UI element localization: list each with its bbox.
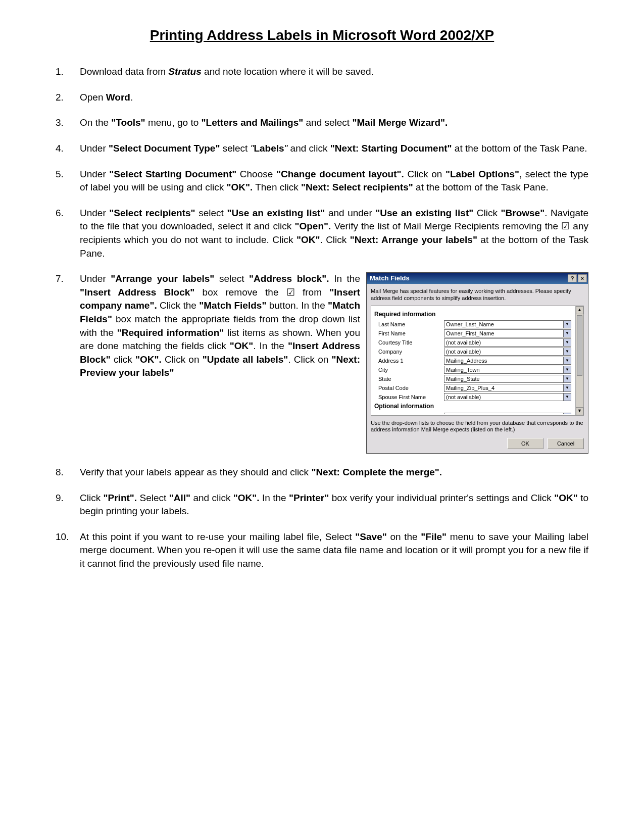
combo-last-name[interactable]: Owner_Last_Name▼ — [444, 320, 571, 328]
chevron-down-icon[interactable]: ▼ — [563, 338, 571, 347]
chevron-down-icon[interactable]: ▼ — [563, 375, 571, 383]
field-row-courtesy-title: Courtesy Title (not available)▼ — [374, 338, 581, 347]
chevron-down-icon[interactable]: ▼ — [563, 413, 571, 414]
field-row-address-1: Address 1 Mailing_Address▼ — [374, 357, 581, 365]
field-row-last-name: Last Name Owner_Last_Name▼ — [374, 320, 581, 328]
field-row-postal-code: Postal Code Mailing_Zip_Plus_4▼ — [374, 384, 581, 392]
chevron-down-icon[interactable]: ▼ — [563, 348, 571, 356]
chevron-down-icon[interactable]: ▼ — [563, 320, 571, 328]
combo-address-1[interactable]: Mailing_Address▼ — [444, 357, 571, 365]
combo-courtesy-title[interactable]: (not available)▼ — [444, 338, 571, 347]
step-2: Open Word. — [56, 91, 588, 105]
field-row-city: City Mailing_Town▼ — [374, 366, 581, 374]
field-row-state: State Mailing_State▼ — [374, 375, 581, 383]
step-1: Download data from Stratus and note loca… — [56, 65, 588, 79]
scroll-up-icon[interactable]: ▲ — [576, 306, 583, 314]
chevron-down-icon[interactable]: ▼ — [563, 366, 571, 374]
dialog-bottom-note: Use the drop-down lists to choose the fi… — [371, 420, 584, 433]
scroll-thumb[interactable] — [577, 315, 582, 376]
scrollbar[interactable]: ▲ ▼ — [575, 306, 583, 415]
close-button[interactable]: × — [578, 274, 587, 282]
step-8: Verify that your labels appear as they s… — [56, 466, 588, 479]
combo-city[interactable]: Mailing_Town▼ — [444, 366, 571, 374]
cancel-button[interactable]: Cancel — [548, 438, 584, 449]
step-7: Under "Arrange your labels" select "Addr… — [56, 272, 588, 454]
step-3: On the "Tools" menu, go to "Letters and … — [56, 116, 588, 130]
step-6: Under "Select recipients" select "Use an… — [56, 207, 588, 260]
combo-spouse-first-name[interactable]: (not available)▼ — [444, 393, 571, 401]
combo-first-name[interactable]: Owner_First_Name▼ — [444, 329, 571, 337]
field-row-company: Company (not available)▼ — [374, 348, 581, 356]
field-row-middle-name: Middle Name (not available)▼ — [374, 413, 581, 414]
optional-info-header: Optional information — [374, 402, 581, 411]
dialog-titlebar: Match Fields ? × — [367, 273, 588, 284]
field-list-frame: Required information Last Name Owner_Las… — [371, 306, 584, 416]
ok-button[interactable]: OK — [507, 438, 543, 449]
combo-company[interactable]: (not available)▼ — [444, 348, 571, 356]
combo-middle-name[interactable]: (not available)▼ — [444, 413, 571, 414]
combo-state[interactable]: Mailing_State▼ — [444, 375, 571, 383]
step-10: At this point if you want to re-use your… — [56, 530, 588, 571]
dialog-title: Match Fields — [370, 274, 410, 283]
step-9: Click "Print". Select "All" and click "O… — [56, 492, 588, 518]
field-row-spouse-first-name: Spouse First Name (not available)▼ — [374, 393, 581, 401]
chevron-down-icon[interactable]: ▼ — [563, 384, 571, 392]
help-button[interactable]: ? — [568, 274, 577, 282]
chevron-down-icon[interactable]: ▼ — [563, 357, 571, 365]
required-info-header: Required information — [374, 310, 581, 319]
chevron-down-icon[interactable]: ▼ — [563, 393, 571, 401]
step-4: Under "Select Document Type" select "Lab… — [56, 142, 588, 156]
combo-postal-code[interactable]: Mailing_Zip_Plus_4▼ — [444, 384, 571, 392]
field-row-first-name: First Name Owner_First_Name▼ — [374, 329, 581, 337]
page-title: Printing Address Labels in Microsoft Wor… — [56, 25, 588, 45]
match-fields-dialog: Match Fields ? × Mail Merge has special … — [366, 272, 588, 454]
step-5: Under "Select Starting Document" Choose … — [56, 168, 588, 194]
instruction-list: Download data from Stratus and note loca… — [56, 65, 588, 570]
chevron-down-icon[interactable]: ▼ — [563, 329, 571, 337]
scroll-down-icon[interactable]: ▼ — [576, 407, 583, 415]
dialog-description: Mail Merge has special features for easi… — [371, 288, 584, 301]
